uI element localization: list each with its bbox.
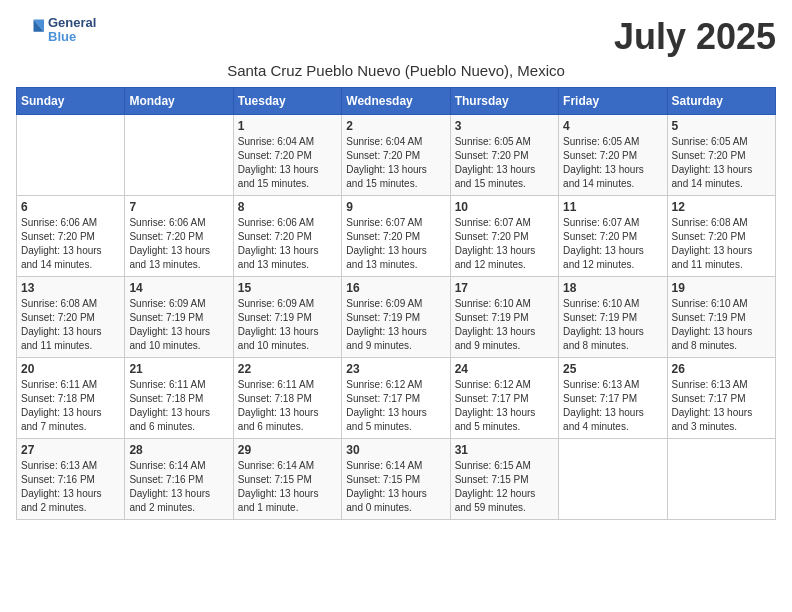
calendar-cell: 2Sunrise: 6:04 AM Sunset: 7:20 PM Daylig… [342,115,450,196]
day-info: Sunrise: 6:09 AM Sunset: 7:19 PM Dayligh… [238,297,337,353]
day-number: 12 [672,200,771,214]
day-number: 28 [129,443,228,457]
day-number: 23 [346,362,445,376]
logo-line1: General [48,16,96,30]
calendar-cell: 12Sunrise: 6:08 AM Sunset: 7:20 PM Dayli… [667,196,775,277]
logo-line2: Blue [48,30,96,44]
calendar-cell: 21Sunrise: 6:11 AM Sunset: 7:18 PM Dayli… [125,358,233,439]
day-info: Sunrise: 6:14 AM Sunset: 7:16 PM Dayligh… [129,459,228,515]
day-info: Sunrise: 6:05 AM Sunset: 7:20 PM Dayligh… [563,135,662,191]
day-number: 3 [455,119,554,133]
day-info: Sunrise: 6:07 AM Sunset: 7:20 PM Dayligh… [455,216,554,272]
day-of-week-header: Friday [559,88,667,115]
day-number: 7 [129,200,228,214]
day-number: 29 [238,443,337,457]
day-number: 4 [563,119,662,133]
calendar-cell: 30Sunrise: 6:14 AM Sunset: 7:15 PM Dayli… [342,439,450,520]
logo-icon [16,16,44,44]
calendar-cell: 17Sunrise: 6:10 AM Sunset: 7:19 PM Dayli… [450,277,558,358]
day-info: Sunrise: 6:10 AM Sunset: 7:19 PM Dayligh… [672,297,771,353]
calendar-cell: 29Sunrise: 6:14 AM Sunset: 7:15 PM Dayli… [233,439,341,520]
location-title: Santa Cruz Pueblo Nuevo (Pueblo Nuevo), … [16,62,776,79]
calendar-cell: 31Sunrise: 6:15 AM Sunset: 7:15 PM Dayli… [450,439,558,520]
day-number: 22 [238,362,337,376]
calendar-cell [559,439,667,520]
calendar-cell: 10Sunrise: 6:07 AM Sunset: 7:20 PM Dayli… [450,196,558,277]
day-info: Sunrise: 6:10 AM Sunset: 7:19 PM Dayligh… [563,297,662,353]
calendar-cell: 27Sunrise: 6:13 AM Sunset: 7:16 PM Dayli… [17,439,125,520]
day-info: Sunrise: 6:11 AM Sunset: 7:18 PM Dayligh… [21,378,120,434]
calendar-cell: 6Sunrise: 6:06 AM Sunset: 7:20 PM Daylig… [17,196,125,277]
day-number: 6 [21,200,120,214]
day-number: 5 [672,119,771,133]
calendar-cell: 8Sunrise: 6:06 AM Sunset: 7:20 PM Daylig… [233,196,341,277]
day-info: Sunrise: 6:11 AM Sunset: 7:18 PM Dayligh… [238,378,337,434]
calendar-cell [667,439,775,520]
day-info: Sunrise: 6:08 AM Sunset: 7:20 PM Dayligh… [21,297,120,353]
day-info: Sunrise: 6:10 AM Sunset: 7:19 PM Dayligh… [455,297,554,353]
day-info: Sunrise: 6:11 AM Sunset: 7:18 PM Dayligh… [129,378,228,434]
day-info: Sunrise: 6:07 AM Sunset: 7:20 PM Dayligh… [346,216,445,272]
calendar-cell: 25Sunrise: 6:13 AM Sunset: 7:17 PM Dayli… [559,358,667,439]
day-number: 14 [129,281,228,295]
day-number: 2 [346,119,445,133]
calendar-cell: 3Sunrise: 6:05 AM Sunset: 7:20 PM Daylig… [450,115,558,196]
day-number: 19 [672,281,771,295]
calendar-cell: 18Sunrise: 6:10 AM Sunset: 7:19 PM Dayli… [559,277,667,358]
calendar-cell [125,115,233,196]
day-info: Sunrise: 6:04 AM Sunset: 7:20 PM Dayligh… [238,135,337,191]
day-number: 31 [455,443,554,457]
month-year-title: July 2025 [614,16,776,58]
day-info: Sunrise: 6:13 AM Sunset: 7:17 PM Dayligh… [672,378,771,434]
day-info: Sunrise: 6:14 AM Sunset: 7:15 PM Dayligh… [346,459,445,515]
calendar-cell: 14Sunrise: 6:09 AM Sunset: 7:19 PM Dayli… [125,277,233,358]
calendar-cell: 28Sunrise: 6:14 AM Sunset: 7:16 PM Dayli… [125,439,233,520]
calendar-cell: 20Sunrise: 6:11 AM Sunset: 7:18 PM Dayli… [17,358,125,439]
day-number: 9 [346,200,445,214]
day-number: 20 [21,362,120,376]
day-of-week-header: Thursday [450,88,558,115]
day-number: 26 [672,362,771,376]
logo-text: General Blue [48,16,96,45]
calendar-cell: 23Sunrise: 6:12 AM Sunset: 7:17 PM Dayli… [342,358,450,439]
day-info: Sunrise: 6:07 AM Sunset: 7:20 PM Dayligh… [563,216,662,272]
day-info: Sunrise: 6:15 AM Sunset: 7:15 PM Dayligh… [455,459,554,515]
day-of-week-header: Saturday [667,88,775,115]
day-info: Sunrise: 6:05 AM Sunset: 7:20 PM Dayligh… [672,135,771,191]
day-info: Sunrise: 6:13 AM Sunset: 7:17 PM Dayligh… [563,378,662,434]
calendar-cell: 24Sunrise: 6:12 AM Sunset: 7:17 PM Dayli… [450,358,558,439]
calendar-cell: 22Sunrise: 6:11 AM Sunset: 7:18 PM Dayli… [233,358,341,439]
day-number: 25 [563,362,662,376]
day-number: 13 [21,281,120,295]
logo: General Blue [16,16,96,45]
day-info: Sunrise: 6:06 AM Sunset: 7:20 PM Dayligh… [21,216,120,272]
day-info: Sunrise: 6:05 AM Sunset: 7:20 PM Dayligh… [455,135,554,191]
calendar-cell: 13Sunrise: 6:08 AM Sunset: 7:20 PM Dayli… [17,277,125,358]
day-number: 15 [238,281,337,295]
calendar-cell [17,115,125,196]
day-number: 16 [346,281,445,295]
day-info: Sunrise: 6:12 AM Sunset: 7:17 PM Dayligh… [346,378,445,434]
day-number: 11 [563,200,662,214]
calendar-cell: 19Sunrise: 6:10 AM Sunset: 7:19 PM Dayli… [667,277,775,358]
day-number: 27 [21,443,120,457]
calendar-cell: 7Sunrise: 6:06 AM Sunset: 7:20 PM Daylig… [125,196,233,277]
calendar-table: SundayMondayTuesdayWednesdayThursdayFrid… [16,87,776,520]
day-of-week-header: Monday [125,88,233,115]
day-info: Sunrise: 6:09 AM Sunset: 7:19 PM Dayligh… [346,297,445,353]
day-of-week-header: Sunday [17,88,125,115]
day-info: Sunrise: 6:08 AM Sunset: 7:20 PM Dayligh… [672,216,771,272]
calendar-cell: 26Sunrise: 6:13 AM Sunset: 7:17 PM Dayli… [667,358,775,439]
day-info: Sunrise: 6:14 AM Sunset: 7:15 PM Dayligh… [238,459,337,515]
day-number: 18 [563,281,662,295]
day-number: 1 [238,119,337,133]
day-info: Sunrise: 6:04 AM Sunset: 7:20 PM Dayligh… [346,135,445,191]
day-info: Sunrise: 6:13 AM Sunset: 7:16 PM Dayligh… [21,459,120,515]
calendar-cell: 1Sunrise: 6:04 AM Sunset: 7:20 PM Daylig… [233,115,341,196]
day-number: 17 [455,281,554,295]
day-number: 10 [455,200,554,214]
day-info: Sunrise: 6:12 AM Sunset: 7:17 PM Dayligh… [455,378,554,434]
day-number: 21 [129,362,228,376]
day-info: Sunrise: 6:06 AM Sunset: 7:20 PM Dayligh… [129,216,228,272]
calendar-cell: 4Sunrise: 6:05 AM Sunset: 7:20 PM Daylig… [559,115,667,196]
